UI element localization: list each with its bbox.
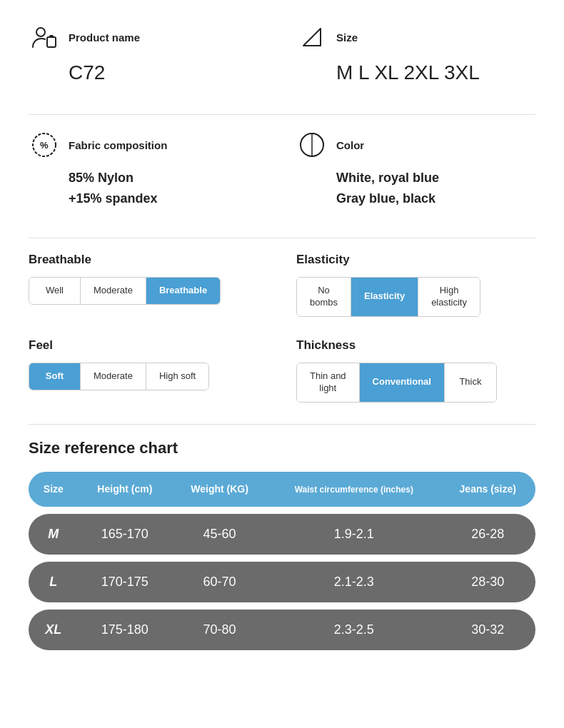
row-m-weight: 45-60 bbox=[171, 514, 268, 555]
feel-buttons: Soft Moderate High soft bbox=[29, 363, 209, 390]
thickness-block: Thickness Thin andlight Conventional Thi… bbox=[296, 338, 535, 403]
elasticity-block: Elasticity Nobombs Elasticity Highelasti… bbox=[296, 253, 535, 317]
table-row: L 170-175 60-70 2.1-2.3 28-30 bbox=[29, 562, 535, 602]
size-block: Size M L XL 2XL 3XL bbox=[296, 21, 535, 86]
header-waist: Waist circumference (inches) bbox=[268, 472, 440, 507]
row-m-waist: 1.9-2.1 bbox=[268, 514, 440, 555]
color-block: Color White, royal blue Gray blue, black bbox=[296, 129, 535, 209]
row-l-weight: 60-70 bbox=[171, 562, 268, 602]
row-m-jeans: 26-28 bbox=[440, 514, 535, 555]
thickness-buttons: Thin andlight Conventional Thick bbox=[296, 363, 497, 403]
size-icon bbox=[296, 21, 328, 53]
row-xl-height: 175-180 bbox=[79, 610, 171, 650]
row-l-size: L bbox=[29, 562, 79, 602]
chart-section: Size reference chart Size Height (cm) We… bbox=[29, 439, 535, 651]
elasticity-elasticity-button[interactable]: Elasticity bbox=[351, 278, 418, 316]
feel-soft-button[interactable]: Soft bbox=[29, 363, 81, 390]
table-row: XL 175-180 70-80 2.3-2.5 30-32 bbox=[29, 610, 535, 650]
row-m-size: M bbox=[29, 514, 79, 555]
color-label: Color bbox=[336, 139, 364, 151]
thickness-conventional-button[interactable]: Conventional bbox=[360, 363, 445, 402]
svg-rect-1 bbox=[47, 37, 56, 47]
color-header: Color bbox=[296, 129, 535, 161]
breathable-buttons: Well Moderate Breathable bbox=[29, 277, 221, 305]
feel-title: Feel bbox=[29, 338, 268, 353]
size-value: M L XL 2XL 3XL bbox=[296, 60, 535, 86]
breathable-breathable-button[interactable]: Breathable bbox=[146, 278, 220, 304]
fabric-label: Fabric composition bbox=[69, 139, 167, 151]
header-jeans: Jeans (size) bbox=[440, 472, 535, 507]
elasticity-title: Elasticity bbox=[296, 253, 535, 267]
row-m-height: 165-170 bbox=[79, 514, 171, 555]
thickness-thin-button[interactable]: Thin andlight bbox=[297, 363, 360, 402]
color-icon bbox=[296, 129, 328, 161]
top-section: Product name C72 Size M L XL 2XL 3XL bbox=[29, 21, 535, 86]
table-row: M 165-170 45-60 1.9-2.1 26-28 bbox=[29, 514, 535, 555]
size-table: Size Height (cm) Weight (KG) Waist circu… bbox=[29, 472, 535, 651]
feel-moderate-button[interactable]: Moderate bbox=[81, 363, 146, 390]
fabric-header: % Fabric composition bbox=[29, 129, 268, 161]
size-header: Size bbox=[296, 21, 535, 53]
feel-highsoft-button[interactable]: High soft bbox=[146, 363, 208, 390]
svg-text:%: % bbox=[40, 140, 49, 151]
breathable-moderate-button[interactable]: Moderate bbox=[81, 278, 146, 304]
person-icon bbox=[29, 21, 60, 53]
header-height: Height (cm) bbox=[79, 472, 171, 507]
svg-point-0 bbox=[36, 28, 45, 36]
fabric-block: % Fabric composition 85% Nylon +15% span… bbox=[29, 129, 268, 209]
elasticity-nobombs-button[interactable]: Nobombs bbox=[297, 278, 351, 316]
divider-2 bbox=[29, 238, 535, 238]
fabric-value: 85% Nylon +15% spandex bbox=[29, 168, 268, 209]
features-row-2: Feel Soft Moderate High soft Thickness T… bbox=[29, 338, 535, 403]
row-xl-weight: 70-80 bbox=[171, 610, 268, 650]
chart-title: Size reference chart bbox=[29, 439, 535, 457]
percent-icon: % bbox=[29, 129, 60, 161]
color-value: White, royal blue Gray blue, black bbox=[296, 168, 535, 209]
divider-3 bbox=[29, 424, 535, 425]
feel-block: Feel Soft Moderate High soft bbox=[29, 338, 268, 403]
table-header-row: Size Height (cm) Weight (KG) Waist circu… bbox=[29, 472, 535, 507]
svg-marker-5 bbox=[303, 29, 321, 46]
row-xl-waist: 2.3-2.5 bbox=[268, 610, 440, 650]
breathable-block: Breathable Well Moderate Breathable bbox=[29, 253, 268, 317]
product-name-label: Product name bbox=[69, 31, 140, 44]
breathable-well-button[interactable]: Well bbox=[29, 278, 81, 304]
thickness-thick-button[interactable]: Thick bbox=[445, 363, 496, 402]
size-label: Size bbox=[336, 31, 358, 44]
elasticity-buttons: Nobombs Elasticity Highelasticity bbox=[296, 277, 480, 317]
row-l-height: 170-175 bbox=[79, 562, 171, 602]
thickness-title: Thickness bbox=[296, 338, 535, 353]
row-xl-jeans: 30-32 bbox=[440, 610, 535, 650]
row-xl-size: XL bbox=[29, 610, 79, 650]
header-weight: Weight (KG) bbox=[171, 472, 268, 507]
features-row-1: Breathable Well Moderate Breathable Elas… bbox=[29, 253, 535, 317]
divider-1 bbox=[29, 114, 535, 115]
elasticity-high-button[interactable]: Highelasticity bbox=[418, 278, 480, 316]
product-name-header: Product name bbox=[29, 21, 268, 53]
product-name-block: Product name C72 bbox=[29, 21, 268, 86]
header-size: Size bbox=[29, 472, 79, 507]
breathable-title: Breathable bbox=[29, 253, 268, 267]
row-l-jeans: 28-30 bbox=[440, 562, 535, 602]
product-name-value: C72 bbox=[29, 60, 268, 86]
fabric-section: % Fabric composition 85% Nylon +15% span… bbox=[29, 129, 535, 209]
row-l-waist: 2.1-2.3 bbox=[268, 562, 440, 602]
